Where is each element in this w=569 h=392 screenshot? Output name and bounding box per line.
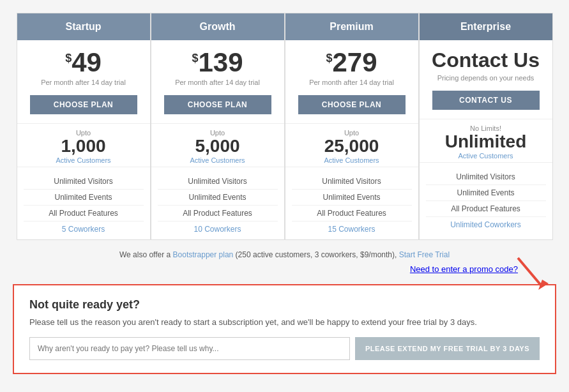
plan-customers-startup: Upto1,000Active Customers [17, 123, 150, 167]
plan-button-enterprise[interactable]: CONTACT US [432, 91, 540, 110]
plan-amount: $49 [24, 49, 144, 76]
plans-container: Startup$49Per month after 14 day trialCH… [13, 13, 556, 240]
plan-features-startup: Unlimited VisitorsUnlimited EventsAll Pr… [17, 167, 150, 239]
plan-period: Per month after 14 day trial [292, 79, 412, 86]
plan-button-wrap-enterprise: CONTACT US [420, 84, 552, 119]
active-customers-label: Active Customers [158, 156, 278, 164]
feature-item: All Product Features [426, 201, 546, 217]
feature-item: Unlimited Visitors [426, 169, 546, 185]
plan-header-startup: Startup [17, 13, 150, 40]
plan-customers-growth: Upto5,000Active Customers [151, 123, 284, 167]
feature-item: Unlimited Events [292, 190, 412, 206]
coworkers-startup: 5 Coworkers [24, 222, 144, 237]
below-plans-text: We also offer a Bootstrapper plan (250 a… [13, 250, 556, 259]
coworkers-enterprise: Unlimited Coworkers [426, 217, 546, 232]
plan-amount: $139 [158, 49, 278, 76]
plan-customers-enterprise: No Limits!UnlimitedActive Customers [420, 119, 552, 162]
plan-button-wrap-startup: CHOOSE PLAN [17, 89, 150, 123]
active-customers-label: Active Customers [292, 156, 412, 164]
feature-item: Unlimited Events [158, 190, 278, 206]
active-customers-label: Active Customers [426, 152, 546, 160]
plan-price-startup: $49Per month after 14 day trial [17, 40, 150, 89]
plan-button-startup[interactable]: CHOOSE PLAN [30, 95, 137, 114]
contact-us-text: Contact Us [426, 49, 546, 72]
plan-features-premium: Unlimited VisitorsUnlimited EventsAll Pr… [285, 167, 418, 239]
not-ready-description: Please tell us the reason you aren't rea… [29, 317, 540, 328]
plan-amount: $279 [292, 49, 412, 76]
red-arrow-icon [512, 252, 556, 296]
reason-input[interactable] [29, 337, 350, 360]
extend-trial-button[interactable]: PLEASE EXTEND MY FREE TRIAL BY 3 DAYS [355, 337, 540, 360]
plan-button-growth[interactable]: CHOOSE PLAN [164, 95, 271, 114]
feature-item: All Product Features [292, 206, 412, 222]
feature-item: Unlimited Events [426, 185, 546, 201]
promo-code-link[interactable]: Need to enter a promo code? [410, 264, 518, 274]
plan-price-growth: $139Per month after 14 day trial [151, 40, 284, 89]
plan-card-enterprise: EnterpriseContact UsPricing depends on y… [419, 13, 553, 240]
feature-item: Unlimited Visitors [158, 174, 278, 190]
feature-item: All Product Features [158, 206, 278, 222]
plan-period: Per month after 14 day trial [158, 79, 278, 86]
plan-customers-premium: Upto25,000Active Customers [285, 123, 418, 167]
unlimited-count: Unlimited [426, 132, 546, 152]
start-trial-link[interactable]: Start Free Trial [399, 250, 450, 259]
plan-card-premium: Premium$279Per month after 14 day trialC… [285, 13, 419, 240]
pricing-note: Pricing depends on your needs [426, 74, 546, 82]
plan-button-wrap-growth: CHOOSE PLAN [151, 89, 284, 123]
plan-price-premium: $279Per month after 14 day trial [285, 40, 418, 89]
plan-period: Per month after 14 day trial [24, 79, 144, 86]
plan-price-enterprise: Contact UsPricing depends on your needs [420, 40, 552, 84]
plan-header-growth: Growth [151, 13, 284, 40]
plan-features-enterprise: Unlimited VisitorsUnlimited EventsAll Pr… [420, 162, 552, 235]
coworkers-growth: 10 Coworkers [158, 222, 278, 237]
customers-count: 1,000 [24, 137, 144, 156]
promo-wrapper: Need to enter a promo code? [13, 264, 556, 274]
feature-item: All Product Features [24, 206, 144, 222]
plan-features-growth: Unlimited VisitorsUnlimited EventsAll Pr… [151, 167, 284, 239]
feature-item: Unlimited Visitors [24, 174, 144, 190]
customers-count: 5,000 [158, 137, 278, 156]
plan-header-enterprise: Enterprise [420, 13, 552, 40]
customers-count: 25,000 [292, 137, 412, 156]
svg-line-0 [518, 258, 542, 287]
coworkers-premium: 15 Coworkers [292, 222, 412, 237]
feature-item: Unlimited Visitors [292, 174, 412, 190]
plan-button-wrap-premium: CHOOSE PLAN [285, 89, 418, 123]
bootstrapper-link[interactable]: Bootstrapper plan [173, 250, 234, 259]
plan-header-premium: Premium [285, 13, 418, 40]
plan-card-startup: Startup$49Per month after 14 day trialCH… [17, 13, 151, 240]
plan-button-premium[interactable]: CHOOSE PLAN [298, 95, 406, 114]
feature-item: Unlimited Events [24, 190, 144, 206]
active-customers-label: Active Customers [24, 156, 144, 164]
not-ready-title: Not quite ready yet? [29, 298, 540, 312]
not-ready-input-row: PLEASE EXTEND MY FREE TRIAL BY 3 DAYS [29, 337, 540, 360]
not-ready-box: Not quite ready yet? Please tell us the … [13, 284, 556, 374]
plan-card-growth: Growth$139Per month after 14 day trialCH… [151, 13, 285, 240]
